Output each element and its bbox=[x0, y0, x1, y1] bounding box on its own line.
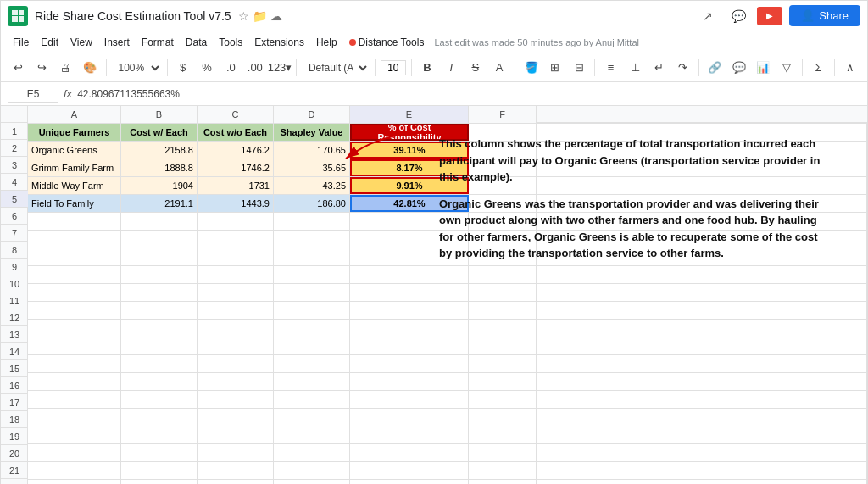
menu-data[interactable]: Data bbox=[181, 35, 212, 50]
bold-button[interactable]: B bbox=[417, 57, 437, 79]
cell-a3[interactable]: Grimm Family Farm bbox=[28, 159, 121, 176]
cell-b17[interactable] bbox=[121, 409, 198, 426]
cell-b9[interactable] bbox=[121, 266, 198, 283]
cell-c16[interactable] bbox=[198, 391, 274, 408]
cell-d2[interactable]: 170.65 bbox=[274, 142, 350, 159]
cell-a16[interactable] bbox=[28, 391, 121, 408]
wrap-button[interactable]: ↵ bbox=[648, 57, 669, 79]
cell-d16[interactable] bbox=[274, 391, 350, 408]
row-header-14[interactable]: 14 bbox=[1, 343, 28, 360]
cell-f19[interactable] bbox=[469, 444, 537, 461]
paint-format-button[interactable]: 🎨 bbox=[80, 57, 100, 79]
cell-a5[interactable]: Field To Family bbox=[28, 195, 121, 212]
col-header-c[interactable]: C bbox=[198, 106, 274, 123]
cell-a2[interactable]: Organic Greens bbox=[28, 142, 121, 159]
row-header-12[interactable]: 12 bbox=[1, 309, 28, 326]
cell-a21[interactable] bbox=[28, 480, 121, 484]
cell-f14[interactable] bbox=[469, 355, 537, 372]
cell-c7[interactable] bbox=[198, 231, 274, 248]
cell-c1[interactable]: Cost w/o Each bbox=[198, 124, 274, 141]
link-button[interactable]: 🔗 bbox=[704, 57, 725, 79]
cell-e16[interactable] bbox=[350, 391, 469, 408]
cell-e18[interactable] bbox=[350, 426, 469, 443]
chart-button[interactable]: 📊 bbox=[753, 57, 773, 79]
cell-d14[interactable] bbox=[274, 355, 350, 372]
border-button[interactable]: ⊞ bbox=[545, 57, 565, 79]
cell-e11[interactable] bbox=[350, 302, 469, 319]
star-icon[interactable]: ☆ bbox=[238, 9, 249, 23]
cell-a20[interactable] bbox=[28, 462, 121, 479]
row-header-3[interactable]: 3 bbox=[1, 157, 28, 174]
row-header-16[interactable]: 16 bbox=[1, 377, 28, 394]
cell-d20[interactable] bbox=[274, 462, 350, 479]
cell-f10[interactable] bbox=[469, 284, 537, 301]
cell-b4[interactable]: 1904 bbox=[121, 177, 198, 194]
cell-e14[interactable] bbox=[350, 355, 469, 372]
cell-d7[interactable] bbox=[274, 231, 350, 248]
cell-a8[interactable] bbox=[28, 248, 121, 265]
valign-button[interactable]: ⊥ bbox=[625, 57, 645, 79]
menu-edit[interactable]: Edit bbox=[36, 35, 64, 50]
cell-b21[interactable] bbox=[121, 480, 198, 484]
more-formats-button[interactable]: 123▾ bbox=[269, 57, 291, 79]
cell-c13[interactable] bbox=[198, 337, 274, 354]
cell-c10[interactable] bbox=[198, 284, 274, 301]
cell-b19[interactable] bbox=[121, 444, 198, 461]
row-header-17[interactable]: 17 bbox=[1, 394, 28, 411]
undo-button[interactable]: ↩ bbox=[8, 57, 28, 79]
distance-tools-menu[interactable]: Distance Tools bbox=[344, 35, 430, 50]
cell-d17[interactable] bbox=[274, 409, 350, 426]
row-header-21[interactable]: 21 bbox=[1, 462, 28, 479]
cell-d11[interactable] bbox=[274, 302, 350, 319]
cell-b16[interactable] bbox=[121, 391, 198, 408]
cell-d12[interactable] bbox=[274, 320, 350, 337]
cell-f21[interactable] bbox=[469, 480, 537, 484]
cell-d10[interactable] bbox=[274, 284, 350, 301]
cell-b12[interactable] bbox=[121, 320, 198, 337]
decimal2-button[interactable]: .00 bbox=[245, 57, 265, 79]
row-header-18[interactable]: 18 bbox=[1, 411, 28, 428]
cell-a17[interactable] bbox=[28, 409, 121, 426]
cell-d19[interactable] bbox=[274, 444, 350, 461]
row-header-20[interactable]: 20 bbox=[1, 445, 28, 462]
cell-c15[interactable] bbox=[198, 373, 274, 390]
row-header-13[interactable]: 13 bbox=[1, 326, 28, 343]
cell-c18[interactable] bbox=[198, 426, 274, 443]
col-header-d[interactable]: D bbox=[274, 106, 350, 123]
cell-a13[interactable] bbox=[28, 337, 121, 354]
menu-help[interactable]: Help bbox=[311, 35, 342, 50]
cell-c9[interactable] bbox=[198, 266, 274, 283]
cell-b13[interactable] bbox=[121, 337, 198, 354]
cell-c2[interactable]: 1476.2 bbox=[198, 142, 274, 159]
cell-a18[interactable] bbox=[28, 426, 121, 443]
col-header-f[interactable]: F bbox=[469, 106, 537, 123]
fill-color-button[interactable]: 🪣 bbox=[520, 57, 541, 79]
row-header-4[interactable]: 4 bbox=[1, 174, 28, 191]
chart-icon[interactable]: ↗ bbox=[696, 4, 720, 28]
cell-d5[interactable]: 186.80 bbox=[274, 195, 350, 212]
row-header-9[interactable]: 9 bbox=[1, 259, 28, 275]
row-header-8[interactable]: 8 bbox=[1, 242, 28, 259]
rotate-button[interactable]: ↷ bbox=[673, 57, 693, 79]
cell-a11[interactable] bbox=[28, 302, 121, 319]
cell-a19[interactable] bbox=[28, 444, 121, 461]
cell-d15[interactable] bbox=[274, 373, 350, 390]
cell-c12[interactable] bbox=[198, 320, 274, 337]
cell-f13[interactable] bbox=[469, 337, 537, 354]
cell-d13[interactable] bbox=[274, 337, 350, 354]
cell-reference-input[interactable] bbox=[8, 86, 58, 103]
cell-e15[interactable] bbox=[350, 373, 469, 390]
row-header-22[interactable]: 22 bbox=[1, 479, 28, 484]
cell-b20[interactable] bbox=[121, 462, 198, 479]
row-header-6[interactable]: 6 bbox=[1, 208, 28, 225]
cell-b2[interactable]: 2158.8 bbox=[121, 142, 198, 159]
cell-c8[interactable] bbox=[198, 248, 274, 265]
cell-f20[interactable] bbox=[469, 462, 537, 479]
cell-b11[interactable] bbox=[121, 302, 198, 319]
cell-a15[interactable] bbox=[28, 373, 121, 390]
menu-insert[interactable]: Insert bbox=[99, 35, 135, 50]
cell-d6[interactable] bbox=[274, 213, 350, 230]
cell-c17[interactable] bbox=[198, 409, 274, 426]
cell-c20[interactable] bbox=[198, 462, 274, 479]
row-header-19[interactable]: 19 bbox=[1, 428, 28, 445]
